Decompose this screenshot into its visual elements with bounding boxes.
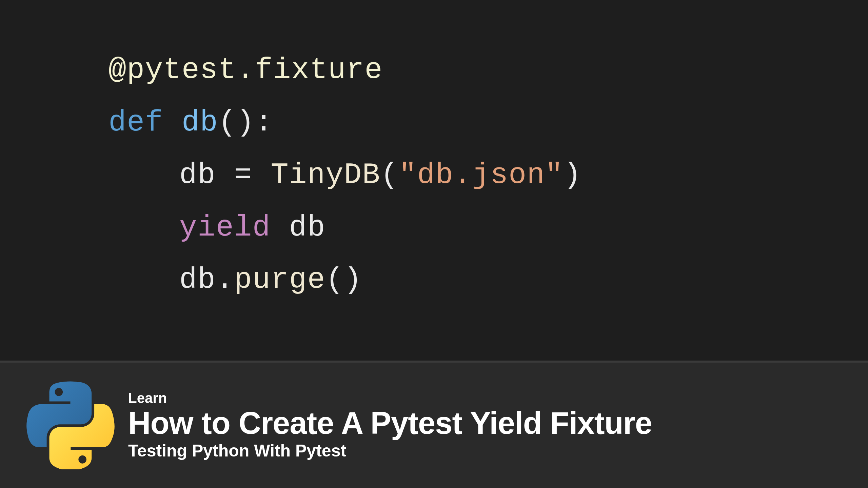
def-keyword: def <box>108 106 163 139</box>
colon: : <box>255 106 273 139</box>
assign-lhs: db <box>179 159 216 192</box>
code-snippet: @pytest.fixture def db(): db = TinyDB("d… <box>0 0 868 361</box>
page-title: How to Create A Pytest Yield Fixture <box>128 407 652 440</box>
footer: Learn How to Create A Pytest Yield Fixtu… <box>0 363 868 488</box>
code-line-yield: yield db <box>108 202 868 254</box>
paren-close-2: ) <box>344 263 362 297</box>
function-name: db <box>182 106 218 139</box>
code-line-def: def db(): <box>108 97 868 149</box>
class-name: TinyDB <box>271 159 381 192</box>
decorator-module: pytest <box>127 54 237 87</box>
subtitle: Testing Python With Pytest <box>128 441 652 461</box>
code-line-purge: db.purge() <box>108 254 868 306</box>
footer-text: Learn How to Create A Pytest Yield Fixtu… <box>128 390 652 461</box>
string-literal: "db.json" <box>399 159 564 192</box>
paren-close: ) <box>237 106 255 139</box>
purge-method: purge <box>234 263 326 297</box>
purge-dot: . <box>216 263 234 297</box>
decorator-attr: fixture <box>255 54 383 87</box>
paren-open-2: ( <box>326 263 344 297</box>
code-line-decorator: @pytest.fixture <box>108 44 868 97</box>
yield-keyword: yield <box>179 211 271 244</box>
decorator-at: @ <box>108 54 127 87</box>
eyebrow: Learn <box>128 390 652 406</box>
call-close: ) <box>564 159 582 192</box>
call-open: ( <box>380 159 399 192</box>
purge-obj: db <box>179 263 216 297</box>
yield-var: db <box>289 211 326 244</box>
code-line-assign: db = TinyDB("db.json") <box>108 149 868 202</box>
python-logo-icon <box>26 381 115 469</box>
decorator-dot: . <box>237 54 255 87</box>
paren-open: ( <box>218 106 237 139</box>
equals: = <box>234 159 253 192</box>
